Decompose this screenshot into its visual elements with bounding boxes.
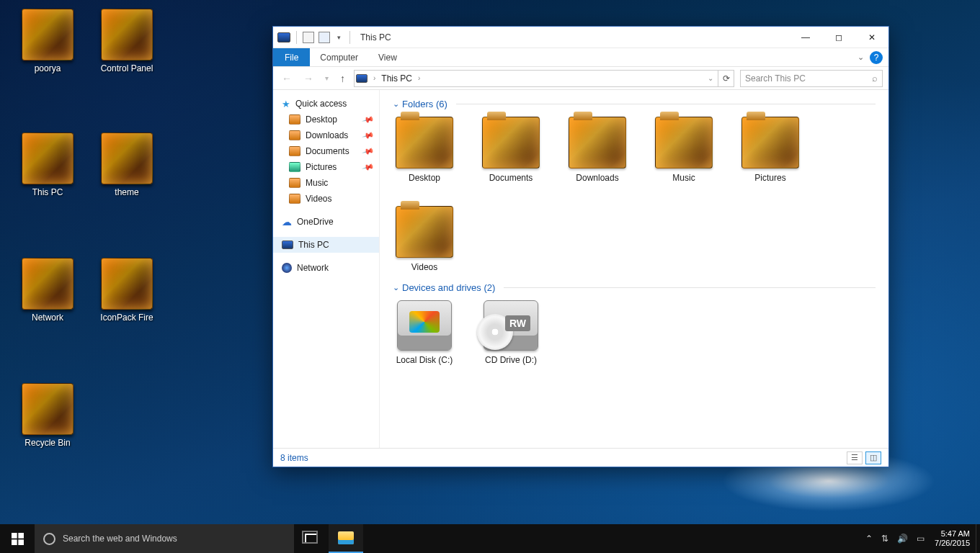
folder-downloads[interactable]: Downloads [566, 117, 629, 183]
ribbon: File Computer View ⌄ ? [273, 48, 888, 67]
chevron-right-icon[interactable]: › [416, 74, 422, 82]
view-details-button[interactable]: ☰ [847, 451, 863, 464]
network-tray-icon[interactable]: ⇅ [881, 534, 888, 544]
ribbon-tab-computer[interactable]: Computer [310, 48, 368, 66]
chevron-down-icon: ⌄ [393, 99, 399, 109]
nav-item-videos[interactable]: Videos [273, 191, 379, 207]
navigation-pane: ★ Quick access Desktop📌 Downloads📌 Docum… [273, 90, 380, 448]
drive-local-disk-c[interactable]: Local Disk (C:) [393, 300, 456, 365]
item-label: CD Drive (D:) [479, 355, 543, 365]
nav-back-button[interactable]: ← [279, 73, 295, 84]
explorer-window: ▾ This PC — ◻ ✕ File Computer View ⌄ ? ←… [272, 26, 889, 467]
taskbar: Search the web and Windows ⌃ ⇅ 🔊 ▭ 5:47 … [0, 524, 980, 553]
address-dropdown[interactable]: ⌄ [705, 74, 716, 82]
task-view-button[interactable] [294, 524, 329, 553]
desktop-icon-label: Recycle Bin [13, 438, 82, 448]
properties-icon[interactable] [303, 32, 314, 43]
folder-music[interactable]: Music [652, 117, 716, 183]
titlebar[interactable]: ▾ This PC — ◻ ✕ [273, 27, 888, 48]
nav-history-dropdown[interactable]: ▾ [322, 74, 331, 82]
network-icon [22, 258, 74, 310]
desktop-icon-label: poorya [13, 63, 82, 73]
group-header-folders[interactable]: ⌄ Folders (6) [393, 99, 876, 109]
folder-icon [569, 117, 626, 168]
group-header-devices[interactable]: ⌄ Devices and drives (2) [393, 282, 876, 293]
nav-section-label: This PC [298, 240, 329, 250]
nav-section-label: OneDrive [297, 217, 334, 227]
close-button[interactable]: ✕ [855, 27, 888, 48]
show-desktop-button[interactable] [976, 524, 980, 553]
search-input[interactable]: Search This PC ⌕ [740, 70, 883, 87]
chevron-right-icon[interactable]: › [372, 74, 377, 82]
action-center-icon[interactable]: ▭ [917, 534, 925, 544]
cortana-icon [43, 533, 55, 545]
minimize-button[interactable]: — [789, 27, 822, 48]
qat-customize-dropdown[interactable]: ▾ [334, 34, 344, 41]
folder-icon [396, 117, 453, 168]
volume-tray-icon[interactable]: 🔊 [897, 534, 908, 544]
taskview-icon [305, 534, 318, 544]
drive-cd-d[interactable]: CD Drive (D:) [479, 300, 543, 365]
nav-forward-button[interactable]: → [300, 73, 316, 84]
search-box[interactable]: Search the web and Windows [35, 524, 294, 553]
nav-item-downloads[interactable]: Downloads📌 [273, 127, 379, 143]
pin-icon: 📌 [362, 161, 375, 174]
nav-onedrive[interactable]: ☁OneDrive [273, 214, 379, 230]
folder-videos[interactable]: Videos [393, 206, 456, 272]
desktop-icon-control-panel[interactable]: Control Panel [92, 9, 161, 73]
newfolder-icon[interactable] [318, 32, 330, 43]
nav-item-desktop[interactable]: Desktop📌 [273, 112, 379, 127]
desktop-icon-this-pc[interactable]: This PC [13, 132, 82, 197]
item-label: Videos [393, 262, 456, 272]
item-label: Documents [479, 173, 543, 183]
nav-item-music[interactable]: Music [273, 175, 379, 191]
clock-date: 7/26/2015 [935, 539, 970, 548]
content-area: ⌄ Folders (6) Desktop Documents Download… [380, 90, 888, 448]
pin-icon: 📌 [362, 129, 375, 142]
folder-pictures[interactable]: Pictures [739, 117, 802, 183]
nav-this-pc[interactable]: This PC [273, 237, 379, 253]
chevron-down-icon: ⌄ [393, 283, 399, 292]
nav-quick-access[interactable]: ★ Quick access [273, 96, 379, 112]
file-explorer-icon [338, 531, 354, 544]
ribbon-expand-button[interactable]: ⌄ [853, 48, 868, 66]
item-label: Local Disk (C:) [393, 355, 456, 365]
folder-icon [741, 117, 799, 168]
ribbon-tab-view[interactable]: View [368, 48, 407, 66]
help-icon[interactable]: ? [870, 51, 883, 64]
desktop-icon-iconpack-fire[interactable]: IconPack Fire [92, 258, 161, 323]
refresh-button[interactable]: ⟳ [718, 70, 734, 87]
folder-desktop[interactable]: Desktop [393, 117, 456, 183]
breadcrumb[interactable]: This PC [381, 73, 412, 84]
start-button[interactable] [0, 524, 35, 553]
taskbar-app-explorer[interactable] [329, 524, 363, 553]
pin-icon: 📌 [362, 145, 375, 158]
taskbar-clock[interactable]: 5:47 AM 7/26/2015 [929, 524, 976, 553]
harddrive-icon [397, 300, 452, 351]
tray-overflow-button[interactable]: ⌃ [865, 534, 873, 544]
address-bar[interactable]: › This PC › ⌄ [354, 70, 718, 87]
item-label: Desktop [393, 173, 456, 183]
search-placeholder: Search This PC [745, 73, 806, 84]
desktop-icon-theme[interactable]: theme [92, 132, 161, 197]
view-largeicons-button[interactable]: ◫ [865, 451, 881, 464]
quick-access-toolbar: ▾ [273, 31, 356, 44]
nav-section-label: Quick access [295, 99, 347, 109]
desktop-icon-network[interactable]: Network [13, 258, 82, 323]
nav-up-button[interactable]: ↑ [337, 73, 348, 84]
folder-icon [289, 194, 300, 204]
desktop-icon-label: theme [92, 187, 161, 197]
folder-documents[interactable]: Documents [479, 117, 543, 183]
nav-item-documents[interactable]: Documents📌 [273, 143, 379, 159]
maximize-button[interactable]: ◻ [822, 27, 855, 48]
desktop-icon-poorya[interactable]: poorya [13, 9, 82, 73]
desktop-icon-label: This PC [13, 187, 82, 197]
desktop-icon-label: Network [13, 313, 82, 323]
nav-network[interactable]: Network [273, 260, 379, 276]
nav-item-pictures[interactable]: Pictures📌 [273, 159, 379, 175]
ribbon-file-tab[interactable]: File [273, 48, 310, 66]
folder-icon [482, 117, 540, 168]
group-title: Folders (6) [402, 99, 447, 109]
desktop-icon-recycle-bin[interactable]: Recycle Bin [13, 383, 82, 448]
monitor-icon [22, 132, 74, 184]
